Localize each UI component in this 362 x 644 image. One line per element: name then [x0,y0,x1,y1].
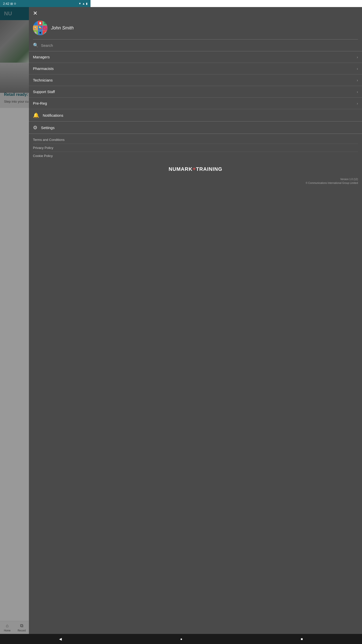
status-bar: 2:42 ▤ ⊙ ▼ ▲ ▮ [0,0,90,7]
menu-label-notifications: Notifications [43,113,63,117]
menu-item-notifications[interactable]: 🔔 Notifications [29,109,90,122]
avatar: 👤 📋 ⚖ 🔬 💊 📌 🏥 ✚ 🧪 [33,21,48,35]
menu-item-support-staff[interactable]: Support Staff › [29,86,90,98]
menu-label-pre-reg: Pre-Reg [33,101,47,105]
drawer-profile: 👤 📋 ⚖ 🔬 💊 📌 🏥 ✚ 🧪 John Smith [29,19,90,39]
avatar-grid: 👤 📋 ⚖ 🔬 💊 📌 🏥 ✚ 🧪 [33,21,48,35]
signal-icon: ▲ [82,2,85,5]
profile-name: John Smith [51,25,74,31]
avatar-cell-3: ⚖ [43,21,48,25]
menu-label-pharmacists: Pharmacists [33,66,54,71]
search-icon: 🔍 [33,43,38,48]
close-button[interactable]: ✕ [33,11,37,16]
avatar-cell-5: 💊 [38,26,43,30]
menu-item-technicians[interactable]: Technicians › [29,74,90,86]
status-bar-left: 2:42 ▤ ⊙ [3,2,16,6]
menu-label-support-staff: Support Staff [33,90,55,94]
menu-label-technicians: Technicians [33,78,53,82]
battery-icon: ▮ [86,2,87,5]
menu-item-managers[interactable]: Managers › [29,51,90,63]
privacy-link[interactable]: Privacy Policy [33,144,90,152]
menu-item-pre-reg[interactable]: Pre-Reg › [29,98,90,109]
avatar-cell-7: 🏥 [33,30,38,35]
footer-links: Terms and Conditions Privacy Policy Cook… [29,134,90,161]
cookie-link[interactable]: Cookie Policy [33,152,90,160]
notifications-icon: 🔔 [33,112,39,118]
avatar-cell-9: 🧪 [43,30,48,35]
status-bar-right: ▼ ▲ ▮ [78,2,87,5]
avatar-cell-8: ✚ [38,30,43,35]
menu-item-pharmacists[interactable]: Pharmacists › [29,63,90,74]
search-area[interactable]: 🔍 [29,39,90,51]
terms-link[interactable]: Terms and Conditions [33,136,90,144]
menu-label-managers: Managers [33,55,50,59]
search-input[interactable] [41,43,90,48]
drawer-backdrop[interactable] [0,7,29,161]
sim-icon: ▤ [10,2,13,5]
time: 2:42 [3,2,9,6]
wifi-icon: ▼ [78,2,81,5]
drawer-close-area: ✕ [29,7,90,19]
avatar-cell-1: 👤 [33,21,38,25]
drawer-overlay: ✕ 👤 📋 ⚖ 🔬 💊 📌 🏥 ✚ 🧪 John Smith [0,7,90,161]
avatar-cell-2: 📋 [38,21,43,25]
avatar-cell-6: 📌 [43,26,48,30]
avatar-cell-4: 🔬 [33,26,38,30]
settings-icon: ⚙ [33,125,37,131]
menu-item-settings[interactable]: ⚙ Settings [29,122,90,134]
sync-icon: ⊙ [14,2,16,5]
drawer: ✕ 👤 📋 ⚖ 🔬 💊 📌 🏥 ✚ 🧪 John Smith [29,7,90,161]
menu-label-settings: Settings [41,126,55,130]
